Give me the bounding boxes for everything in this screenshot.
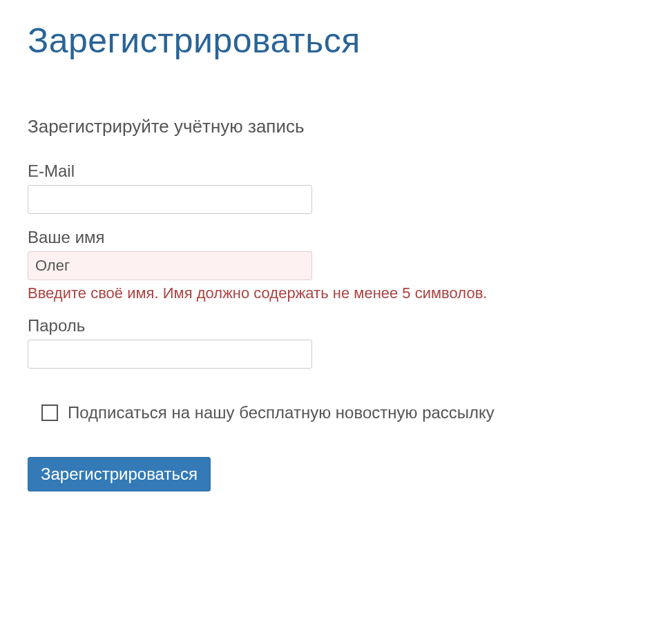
name-label: Ваше имя [28, 228, 635, 247]
newsletter-checkbox[interactable] [41, 404, 58, 421]
name-error-message: Введите своё имя. Имя должно содержать н… [28, 284, 635, 302]
email-group: E-Mail [28, 162, 635, 214]
password-group: Пароль [28, 316, 635, 369]
newsletter-label: Подписаться на нашу бесплатную новостную… [68, 403, 494, 422]
email-field[interactable] [28, 185, 312, 214]
password-field[interactable] [28, 340, 312, 369]
email-label: E-Mail [28, 162, 635, 181]
password-label: Пароль [28, 316, 635, 335]
page-subtitle: Зарегистрируйте учётную запись [28, 116, 635, 137]
newsletter-row: Подписаться на нашу бесплатную новостную… [28, 403, 635, 422]
submit-button[interactable]: Зарегистрироваться [28, 457, 211, 491]
page-title: Зарегистрироваться [28, 21, 635, 61]
name-group: Ваше имя Введите своё имя. Имя должно со… [28, 228, 635, 302]
name-field[interactable] [28, 251, 312, 280]
